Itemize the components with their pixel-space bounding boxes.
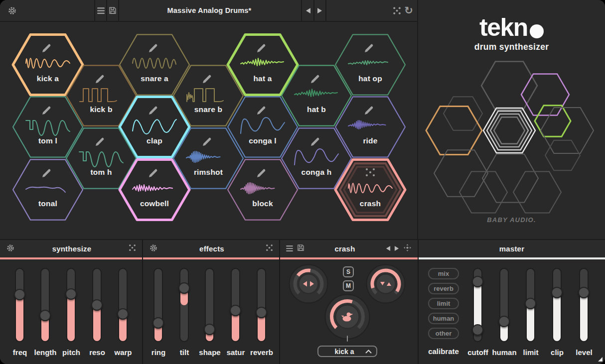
slider-handle[interactable] — [578, 287, 590, 298]
slider-handle[interactable] — [551, 287, 563, 298]
slider-handle[interactable] — [472, 276, 483, 287]
gear-icon — [149, 243, 158, 252]
slider-track[interactable] — [93, 269, 101, 341]
pencil-icon[interactable] — [257, 169, 265, 177]
limit-calibrate-button[interactable]: limit — [428, 298, 459, 309]
slider-handle[interactable] — [14, 289, 25, 300]
effects-randomize-button[interactable] — [266, 244, 273, 253]
channel-save-button[interactable] — [297, 244, 304, 253]
pencil-icon[interactable] — [149, 169, 157, 177]
preset-name[interactable]: Massive Analog Drums* — [125, 0, 294, 21]
waveform — [133, 58, 176, 68]
channel-next-button[interactable] — [394, 244, 400, 253]
pencil-icon[interactable] — [149, 44, 157, 52]
pan-knob[interactable] — [289, 264, 328, 304]
slider-handle[interactable] — [152, 317, 164, 329]
slider-track[interactable] — [206, 269, 213, 341]
pencil-icon[interactable] — [311, 75, 319, 83]
slider-handle[interactable] — [256, 307, 267, 318]
pencil-icon[interactable] — [96, 138, 104, 146]
pencil-icon[interactable] — [365, 107, 373, 115]
prev-preset-button[interactable] — [303, 0, 312, 21]
pencil-icon[interactable] — [365, 44, 373, 52]
slider-track[interactable] — [16, 269, 23, 341]
slider-handle[interactable] — [525, 298, 536, 309]
pad-tonal[interactable]: tonal — [10, 156, 86, 223]
solo-button[interactable]: S — [343, 266, 354, 277]
synthesize-randomize-button[interactable] — [129, 244, 136, 253]
mix-calibrate-button[interactable]: mix — [428, 268, 459, 279]
reverb-slider[interactable]: reverb — [244, 269, 279, 364]
effects-settings-button[interactable] — [149, 243, 158, 254]
slider-track[interactable] — [232, 269, 239, 341]
slider-handle[interactable] — [117, 308, 129, 320]
slider-track[interactable] — [580, 269, 588, 341]
master-title: master — [425, 244, 599, 253]
deco-hexagon — [459, 171, 507, 213]
deco-hexagon — [521, 74, 569, 115]
channel-panel: crash S — [279, 240, 418, 364]
slider-track[interactable] — [119, 269, 127, 341]
slider-track[interactable] — [553, 269, 561, 341]
pencil-icon[interactable] — [42, 44, 50, 52]
synthesize-settings-button[interactable] — [6, 243, 15, 254]
route-dropdown[interactable]: kick a — [317, 346, 377, 357]
slider-track[interactable] — [527, 269, 534, 341]
pad-crash[interactable]: crash — [332, 156, 408, 223]
deco-hexagon — [545, 140, 580, 171]
pencil-icon[interactable] — [257, 107, 265, 115]
slider-handle[interactable] — [91, 299, 103, 311]
slider-track[interactable] — [67, 269, 75, 341]
pencil-icon[interactable] — [203, 75, 211, 83]
slider-handle[interactable] — [230, 305, 241, 316]
synthesize-title: synthesize — [15, 244, 129, 253]
prev-icon — [385, 245, 391, 251]
channel-header: crash — [280, 240, 418, 257]
slider-handle[interactable] — [204, 324, 215, 335]
resize-handle[interactable] — [598, 357, 603, 362]
pencil-icon[interactable] — [96, 75, 104, 83]
channel-prev-button[interactable] — [385, 244, 391, 253]
preset-menu-button[interactable] — [96, 0, 106, 21]
next-preset-button[interactable] — [315, 0, 324, 21]
pencil-icon[interactable] — [257, 44, 265, 52]
warp-slider[interactable]: warp — [106, 269, 141, 364]
slider-handle[interactable] — [472, 324, 483, 336]
route-label: kick a — [318, 348, 365, 356]
pitch-knob[interactable] — [366, 264, 406, 304]
slider-track[interactable] — [258, 269, 265, 341]
channel-menu-button[interactable] — [286, 244, 293, 253]
calibrate-label: calibrate — [421, 347, 466, 356]
pencil-icon[interactable] — [203, 138, 211, 146]
level-slider[interactable]: level — [567, 269, 602, 364]
pencil-icon[interactable] — [42, 107, 50, 115]
settings-button[interactable] — [6, 0, 17, 21]
next-icon — [394, 245, 400, 251]
pad-cowbell[interactable]: cowbell — [117, 156, 192, 223]
randomize-button[interactable] — [392, 0, 401, 21]
slider-track[interactable] — [180, 269, 188, 341]
pencil-icon[interactable] — [311, 138, 319, 146]
slider-track[interactable] — [41, 269, 49, 341]
pad-block[interactable]: block — [225, 156, 301, 223]
human-calibrate-button[interactable]: human — [428, 313, 459, 324]
reverb-calibrate-button[interactable]: reverb — [428, 283, 459, 294]
other-calibrate-button[interactable]: other — [428, 328, 459, 339]
slider-handle[interactable] — [498, 316, 510, 327]
top-bar: Massive Analog Drums* ↻ — [0, 0, 417, 22]
slider-track[interactable] — [154, 269, 162, 341]
pencil-icon[interactable] — [42, 169, 50, 177]
slider-handle[interactable] — [65, 288, 77, 300]
pencil-icon[interactable] — [149, 107, 157, 115]
slider-label: warp — [106, 348, 141, 357]
slider-track[interactable] — [500, 269, 508, 341]
slider-handle[interactable] — [178, 282, 190, 294]
save-preset-button[interactable] — [108, 0, 118, 21]
channel-body: S M kick a — [280, 259, 418, 364]
channel-locate-button[interactable] — [403, 243, 412, 254]
reset-button[interactable]: ↻ — [403, 0, 414, 21]
slider-track[interactable] — [474, 269, 481, 341]
mute-button[interactable]: M — [343, 280, 354, 291]
duck-knob[interactable] — [324, 294, 370, 340]
slider-handle[interactable] — [39, 310, 51, 321]
